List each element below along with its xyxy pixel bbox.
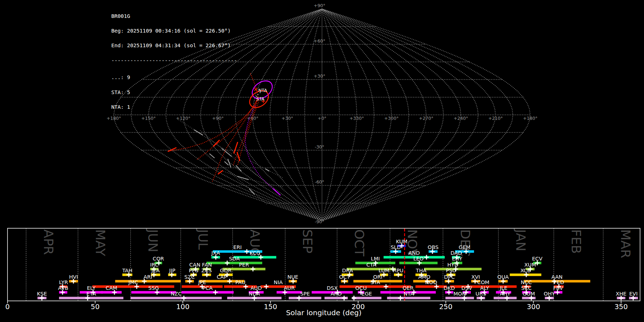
separator-line: ----------------------------------------	[111, 58, 237, 63]
shower-code-label: AND	[409, 250, 420, 256]
sporadic-meteor	[228, 159, 231, 167]
shower-code-label: HYD	[447, 262, 458, 268]
shower-activity-bar	[352, 297, 381, 299]
observation-begin: Beg: 20251109 00:34:16 (sol = 226.50°)	[111, 28, 237, 33]
shower-code-label: ZCS	[201, 268, 212, 273]
shower-code-label: ELY	[87, 285, 96, 291]
shower-code-label: LUM	[379, 268, 389, 273]
shower-code-label: SSG	[148, 285, 159, 291]
shower-code-label: CAM	[106, 285, 117, 291]
count-sporadic-label: ...:	[111, 74, 124, 80]
sporadic-meteor-trace	[215, 168, 283, 187]
shower-code-label: JIP	[169, 268, 176, 273]
map-latitude-label: +90°	[314, 3, 326, 8]
shower-code-label: LYR	[59, 279, 68, 285]
shower-code-label: FED	[554, 279, 564, 285]
shower-code-label: THA	[415, 268, 426, 273]
shower-code-label: NDA	[249, 291, 260, 297]
map-longitude-label: +180°	[523, 116, 538, 121]
shower-code-label: ALY	[480, 285, 489, 291]
count-nta-value: 1	[127, 104, 130, 110]
shower-code-label: DPC	[444, 274, 455, 280]
shower-code-label: STA	[371, 279, 380, 285]
count-nta: NTA: 1	[111, 104, 237, 109]
count-sta: STA: 5	[111, 90, 237, 95]
shower-code-label: LMI	[371, 256, 380, 262]
shower-code-label: ARI	[143, 274, 152, 280]
shower-code-label: EVI	[629, 291, 638, 297]
x-axis-tick-label: 100	[176, 303, 189, 311]
shower-activity-bar	[387, 297, 430, 299]
shower-code-label: LEO	[413, 256, 424, 262]
sporadic-meteor	[236, 166, 241, 171]
count-nta-label: NTA:	[111, 104, 124, 110]
x-axis-tick-label: 350	[614, 303, 628, 311]
shower-code-label: IRC	[150, 262, 158, 268]
shower-code-label: COM	[477, 279, 489, 285]
x-axis-tick-label: 0	[5, 303, 10, 311]
month-label: JUN	[146, 229, 160, 252]
shower-code-label: QUA	[497, 274, 509, 280]
sporadic-meteor	[225, 162, 228, 165]
map-longitude-label: +240°	[454, 116, 468, 121]
shower-code-label: AMO	[418, 274, 430, 280]
map-longitude-label: +210°	[488, 116, 503, 121]
station-code: BR001G	[111, 14, 237, 19]
shower-activity-bar	[92, 286, 174, 288]
count-sporadic-value: 9	[127, 74, 130, 80]
shower-activity-bar	[181, 291, 234, 294]
sporadic-meteor	[249, 189, 254, 194]
shower-activity-bar	[277, 291, 302, 294]
map-longitude-label: +330°	[350, 116, 364, 121]
shower-code-label: XUM	[524, 262, 536, 268]
shower-code-label: SZC	[184, 274, 195, 280]
month-label: MAR	[618, 229, 633, 258]
shower-code-label: PSU	[446, 268, 456, 273]
month-label: JUL	[196, 229, 210, 250]
shower-code-label: NZC	[171, 291, 182, 297]
shower-code-label: XCB	[520, 268, 531, 273]
shower-code-label: SCC	[521, 285, 531, 291]
shower-code-label: ARD	[331, 291, 342, 297]
shower-code-label: JEA	[151, 268, 160, 273]
shower-code-label: CAP	[217, 274, 227, 280]
shower-code-label: XVI	[471, 274, 480, 280]
shower-code-label: COR	[153, 256, 164, 262]
shower-code-label: ECV	[532, 256, 542, 262]
shower-code-label: NCC	[521, 279, 532, 285]
shower-code-label: JMC	[128, 279, 138, 285]
shower-code-label: NIA	[274, 279, 283, 285]
shower-code-label: DKD	[444, 285, 455, 291]
sporadic-meteor	[265, 169, 269, 171]
shower-meteor	[234, 142, 238, 153]
shower-code-label: DSV	[461, 285, 472, 291]
shower-code-label: EGE	[361, 291, 372, 297]
shower-code-label: AVB	[58, 285, 68, 291]
shower-code-label: OCU	[355, 285, 367, 291]
month-label: MAY	[93, 229, 108, 257]
observation-info-panel: BR001G Beg: 20251109 00:34:16 (sol = 226…	[111, 4, 237, 119]
shower-code-label: SLD	[391, 244, 401, 250]
observation-end: End: 20251109 04:31:34 (sol = 226.67°)	[111, 43, 237, 48]
shower-code-label: TAH	[122, 268, 133, 273]
shower-code-label: RPU	[393, 268, 403, 273]
shower-code-label: EHY	[452, 256, 462, 262]
shower-code-label: PPS	[189, 268, 199, 273]
radiant-label: NTA	[258, 88, 267, 93]
sporadic-meteor-trace	[229, 172, 267, 204]
shower-activity-bar	[101, 291, 122, 294]
month-label: SEP	[300, 229, 315, 253]
shower-code-label: KCG	[250, 250, 260, 256]
x-axis-title: Solar longitude (deg)	[286, 308, 361, 317]
map-longitude-label: +270°	[419, 116, 434, 121]
shower-code-label: DAD	[450, 250, 462, 256]
x-axis-tick-label: 150	[264, 303, 277, 311]
map-meridian	[322, 9, 409, 221]
shower-meteor	[273, 189, 280, 195]
month-label: FEB	[569, 229, 584, 254]
shower-meteor	[214, 140, 219, 146]
map-latitude-label: -90°	[315, 219, 325, 224]
shower-code-label: GDR	[220, 268, 231, 273]
shower-activity-bar	[415, 286, 447, 288]
map-latitude-label: -60°	[315, 179, 325, 185]
